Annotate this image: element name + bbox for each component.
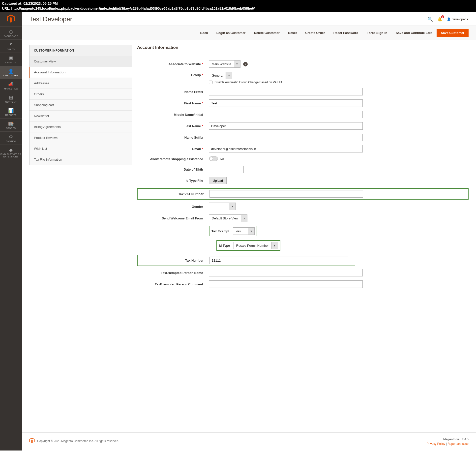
id-type-select[interactable]: Resale Permit Number ▼ (234, 242, 278, 249)
customers-icon: 👤 (0, 68, 22, 74)
gender-select[interactable]: ▼ (209, 203, 236, 210)
privacy-policy-link[interactable]: Privacy Policy (427, 442, 445, 446)
middle-name-input[interactable] (209, 111, 363, 118)
chevron-down-icon: ▼ (229, 203, 236, 210)
tax-exempt-select[interactable]: Yes ▼ (233, 227, 255, 235)
tab-tax-file-information[interactable]: Tax File Information (30, 154, 132, 165)
dob-input[interactable] (209, 166, 244, 173)
copyright-text: Copyright © 2023 Magento Commerce Inc. A… (37, 439, 119, 443)
save-continue-button[interactable]: Save and Continue Edit (392, 29, 435, 37)
chevron-down-icon: ▾ (467, 17, 469, 21)
reset-button[interactable]: Reset (285, 29, 300, 37)
toggle-value: No (220, 157, 224, 161)
customer-info-tabs: CUSTOMER INFORMATION Customer View Accou… (29, 45, 132, 165)
tab-addresses[interactable]: Addresses (30, 78, 132, 89)
tab-product-reviews[interactable]: Product Reviews (30, 132, 132, 143)
welcome-email-select[interactable]: Default Store View ▼ (209, 214, 247, 222)
nav-catalog[interactable]: ▣CATALOG (0, 53, 22, 66)
nav-marketing[interactable]: 📣MARKETING (0, 79, 22, 92)
nav-customers[interactable]: 👤CUSTOMERS (0, 66, 22, 79)
tab-wish-list[interactable]: Wish List (30, 143, 132, 154)
tax-exempt-highlight: Tax Exempt Yes ▼ (209, 226, 257, 236)
exempt-comment-input[interactable] (209, 280, 363, 288)
exempt-name-input[interactable] (209, 269, 363, 276)
version-label: Magento (443, 438, 455, 441)
capture-timestamp: Captured at: 02/23/2023, 05:25 PM (2, 1, 474, 6)
notifications-icon[interactable]: 🔔1 (437, 17, 442, 22)
chevron-down-icon: ▼ (241, 215, 247, 222)
upload-button[interactable]: Upload (209, 177, 227, 184)
content-icon: ▤ (0, 95, 22, 100)
nav-sales[interactable]: $SALES (0, 39, 22, 53)
magento-logo-icon (29, 438, 35, 444)
label-middle-name: Middle Name/Initial (137, 113, 209, 117)
label-email: Email* (137, 147, 209, 151)
form-title: Account Information (137, 45, 469, 53)
suffix-input[interactable] (209, 134, 363, 141)
magento-logo-icon[interactable] (6, 14, 15, 23)
prefix-input[interactable] (209, 88, 363, 95)
user-menu[interactable]: 👤 developer ▾ (447, 17, 469, 21)
create-order-button[interactable]: Create Order (302, 29, 328, 37)
back-button[interactable]: Back (193, 29, 211, 37)
email-input[interactable] (209, 145, 363, 152)
id-type-highlight: Id Type Resale Permit Number ▼ (216, 240, 280, 251)
label-taxvat: Tax/VAT Number (140, 192, 209, 196)
tab-orders[interactable]: Orders (30, 89, 132, 100)
group-select[interactable]: General ▼ (209, 72, 232, 79)
capture-url: URL: http://magento245.local/index.php/b… (2, 6, 474, 11)
tab-newsletter[interactable]: Newsletter (30, 111, 132, 121)
chevron-down-icon: ▼ (271, 242, 278, 249)
nav-stores[interactable]: 🏬STORES (0, 118, 22, 131)
disable-auto-group-checkbox[interactable] (209, 81, 212, 84)
website-select[interactable]: Main Website ▼ (209, 60, 240, 68)
dashboard-icon: ◷ (0, 29, 22, 34)
label-welcome-email: Send Welcome Email From (137, 216, 209, 220)
page-footer: Copyright © 2023 Magento Commerce Inc. A… (22, 432, 476, 451)
first-name-input[interactable] (209, 99, 363, 107)
sales-icon: $ (0, 42, 22, 48)
tax-number-input[interactable] (209, 257, 348, 264)
save-customer-button[interactable]: Save Customer (437, 29, 469, 37)
label-dob: Date of Birth (137, 168, 209, 171)
tab-customer-view[interactable]: Customer View (30, 56, 132, 67)
force-signin-button[interactable]: Force Sign-In (363, 29, 391, 37)
label-prefix: Name Prefix (137, 90, 209, 94)
reset-password-button[interactable]: Reset Password (330, 29, 362, 37)
login-as-customer-button[interactable]: Login as Customer (213, 29, 249, 37)
nav-partners[interactable]: ◆FIND PARTNERS & EXTENSIONS (0, 145, 22, 160)
stores-icon: 🏬 (0, 121, 22, 126)
page-title: Test Developer (29, 15, 72, 23)
partners-icon: ◆ (0, 147, 22, 153)
sidebar-heading: CUSTOMER INFORMATION (30, 45, 132, 56)
label-id-type-file: Id Type File (137, 179, 209, 182)
chevron-down-icon: ▼ (248, 228, 254, 235)
label-suffix: Name Suffix (137, 136, 209, 139)
marketing-icon: 📣 (0, 82, 22, 87)
tab-account-information[interactable]: Account Information (30, 67, 132, 78)
nav-reports[interactable]: 📊REPORTS (0, 105, 22, 118)
search-icon[interactable]: 🔍 (427, 17, 433, 22)
system-icon: ⚙ (0, 134, 22, 140)
taxvat-input[interactable] (209, 190, 363, 198)
chevron-down-icon: ▼ (234, 60, 240, 67)
label-last-name: Last Name* (137, 124, 209, 128)
nav-content[interactable]: ▤CONTENT (0, 92, 22, 105)
nav-dashboard[interactable]: ◷DASHBOARD (0, 26, 22, 39)
label-exempt-comment: TaxExempted Person Comment (137, 282, 209, 286)
label-gender: Gender (137, 205, 209, 209)
nav-system[interactable]: ⚙SYSTEM (0, 131, 22, 145)
label-group: Group* (137, 72, 209, 77)
label-first-name: First Name* (137, 101, 209, 105)
page-header: Test Developer 🔍 🔔1 👤 developer ▾ (22, 12, 476, 26)
tab-billing-agreements[interactable]: Billing Agreements (30, 121, 132, 132)
label-disable-auto: Disable Automatic Group Change Based on … (214, 81, 282, 84)
last-name-input[interactable] (209, 122, 363, 130)
chevron-down-icon: ▼ (226, 72, 232, 79)
help-icon[interactable]: ? (243, 62, 248, 66)
tab-shopping-cart[interactable]: Shopping cart (30, 100, 132, 111)
report-issue-link[interactable]: Report an Issue (447, 442, 469, 446)
remote-assistance-toggle[interactable]: No (209, 156, 224, 161)
account-information-form: Account Information Associate to Website… (137, 45, 469, 427)
delete-customer-button[interactable]: Delete Customer (250, 29, 283, 37)
